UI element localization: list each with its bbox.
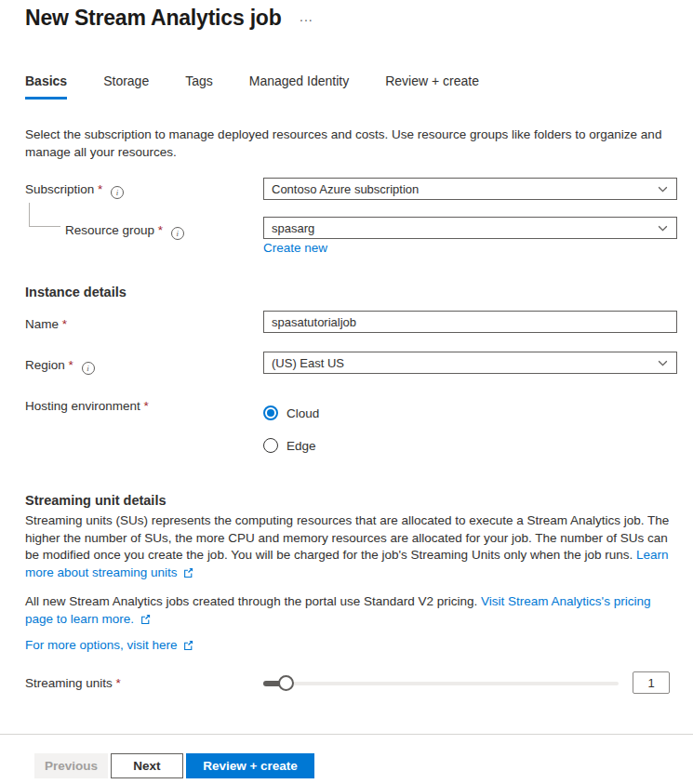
page-title: New Stream Analytics job xyxy=(25,6,282,31)
required-asterisk: * xyxy=(98,182,102,196)
tab-managed-identity[interactable]: Managed Identity xyxy=(249,73,349,100)
intro-text: Select the subscription to manage deploy… xyxy=(25,126,671,161)
more-options-line: For more options, visit here xyxy=(25,638,193,652)
info-icon[interactable]: i xyxy=(82,362,95,375)
required-asterisk: * xyxy=(144,399,149,413)
external-link-icon xyxy=(183,640,193,650)
chevron-down-icon xyxy=(657,222,669,234)
streaming-units-description: Streaming units (SUs) represents the com… xyxy=(25,512,673,581)
external-link-icon xyxy=(183,567,193,578)
info-icon[interactable]: i xyxy=(171,227,184,240)
radio-edge[interactable]: Edge xyxy=(263,438,316,453)
region-label: Region * i xyxy=(25,358,95,375)
region-dropdown[interactable]: (US) East US xyxy=(263,352,677,374)
streaming-units-slider-track[interactable] xyxy=(263,682,619,685)
review-create-button[interactable]: Review + create xyxy=(186,753,314,778)
new-stream-analytics-job-blade: New Stream Analytics job ... Basics Stor… xyxy=(0,0,693,784)
required-asterisk: * xyxy=(116,676,121,690)
instance-details-heading: Instance details xyxy=(25,285,127,299)
chevron-down-icon xyxy=(657,183,669,195)
required-asterisk: * xyxy=(62,317,67,331)
name-input[interactable] xyxy=(263,311,677,333)
context-menu-ellipsis-icon[interactable]: ... xyxy=(300,9,313,24)
radio-unselected-icon xyxy=(263,438,278,453)
chevron-down-icon xyxy=(657,357,669,369)
previous-button[interactable]: Previous xyxy=(34,753,108,778)
tab-storage[interactable]: Storage xyxy=(103,73,149,100)
info-icon[interactable]: i xyxy=(111,186,124,199)
resource-group-dropdown[interactable]: spasarg xyxy=(263,217,677,239)
tab-basics[interactable]: Basics xyxy=(25,73,67,100)
streaming-unit-details-heading: Streaming unit details xyxy=(25,493,166,508)
required-asterisk: * xyxy=(158,223,163,237)
name-label: Name * xyxy=(25,317,67,331)
required-asterisk: * xyxy=(69,358,73,372)
resource-group-label: Resource group * i xyxy=(65,223,184,240)
subscription-label: Subscription * i xyxy=(25,182,124,199)
radio-selected-icon xyxy=(263,405,278,420)
streaming-units-input[interactable] xyxy=(633,671,670,694)
streaming-units-slider-handle[interactable] xyxy=(278,675,294,691)
radio-cloud[interactable]: Cloud xyxy=(263,405,319,420)
more-options-link[interactable]: For more options, visit here xyxy=(25,638,178,652)
pricing-text: All new Stream Analytics jobs created th… xyxy=(25,593,673,628)
create-new-link[interactable]: Create new xyxy=(263,241,327,255)
tab-review-create[interactable]: Review + create xyxy=(385,73,479,100)
next-button[interactable]: Next xyxy=(111,753,183,778)
tab-tags[interactable]: Tags xyxy=(185,73,213,100)
hosting-environment-label: Hosting environment * xyxy=(25,399,149,413)
wizard-tabs: Basics Storage Tags Managed Identity Rev… xyxy=(25,73,515,100)
footer-divider xyxy=(0,734,693,735)
streaming-units-label: Streaming units * xyxy=(25,676,121,690)
resource-group-connector xyxy=(29,203,60,227)
external-link-icon xyxy=(140,614,151,624)
subscription-dropdown[interactable]: Contoso Azure subscription xyxy=(263,178,677,200)
